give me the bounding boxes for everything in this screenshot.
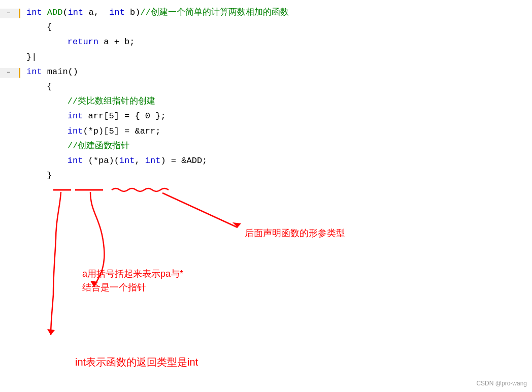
code-line-10: //创建函数指针 [0, 139, 532, 153]
code-line-12: } [0, 168, 532, 183]
p-decl: (*p)[5] = &arr; [83, 126, 160, 136]
code-line-6: { [0, 79, 532, 94]
collapse-btn-1[interactable]: − [7, 9, 10, 18]
code-content-7: //类比数组指针的创建 [41, 94, 532, 108]
label-bracket-text-1: a用括号括起来表示pa与* [82, 269, 183, 279]
code-line-8: int arr[5] = { 0 }; [0, 109, 532, 123]
collapse-btn-5[interactable]: − [7, 68, 10, 78]
pa-end: ) = &ADD; [160, 156, 207, 166]
code-line-7: //类比数组指针的创建 [0, 94, 532, 109]
comment-3: //创建函数指针 [68, 141, 129, 151]
code-line-3: return a + b; [0, 35, 532, 49]
keyword-int-2: int [68, 8, 84, 17]
keyword-int-param2: int [145, 156, 161, 166]
code-content-12: } [41, 169, 532, 182]
keyword-int-p: int [68, 126, 83, 136]
arrow-params-head [232, 222, 241, 227]
keyword-return: return [68, 37, 98, 47]
label-params-type: 后面声明函数的形参类型 [245, 228, 345, 238]
main-container: − int ADD(int a, int b)//创建一个简单的计算两数相加的函… [0, 0, 532, 392]
code-content-4: }| [20, 50, 532, 64]
code-content-10: //创建函数指针 [41, 139, 532, 153]
brace-open-2: { [47, 82, 52, 91]
code-content-3: return a + b; [41, 35, 532, 49]
brace-close-1: }| [26, 52, 37, 62]
arrow-star-pa-head [90, 281, 98, 287]
code-content-2: { [41, 20, 532, 34]
code-content-6: { [41, 80, 532, 93]
code-line-9: int(*p)[5] = &arr; [0, 124, 532, 139]
keyword-int-arr: int [68, 111, 83, 121]
comment-1: //创建一个简单的计算两数相加的函数 [140, 8, 288, 17]
code-content-11: int (*pa)(int, int) = &ADD; [41, 154, 532, 168]
arrow-star-pa-curve [90, 192, 104, 287]
pa-comma: , [135, 156, 145, 166]
brace-open-1: { [47, 22, 52, 32]
keyword-int-param1: int [119, 156, 135, 166]
code-content-5: int main() [20, 65, 532, 79]
pa-decl: (*pa)( [83, 156, 119, 166]
code-content-9: int(*p)[5] = &arr; [41, 124, 532, 138]
wavy-underline-params [112, 188, 169, 191]
watermark: CSDN @pro-wang [476, 380, 527, 387]
code-area: − int ADD(int a, int b)//创建一个简单的计算两数相加的函… [0, 0, 532, 188]
return-expr: a + b; [98, 37, 135, 47]
main-func: main() [42, 67, 78, 77]
keyword-int-1: int [26, 8, 42, 17]
comment-2: //类比数组指针的创建 [68, 96, 155, 106]
label-bracket-text-2: 结合是一个指针 [82, 282, 146, 292]
arrow-int-return-curve [51, 192, 61, 335]
arrow-params-line [162, 193, 238, 227]
keyword-int-pa: int [68, 156, 83, 166]
code-line-5: − int main() [0, 64, 532, 79]
code-content-1: int ADD(int a, int b)//创建一个简单的计算两数相加的函数 [20, 6, 532, 19]
gutter-1: − [0, 9, 20, 18]
code-line-4: }| [0, 50, 532, 64]
code-line-11: int (*pa)(int, int) = &ADD; [0, 153, 532, 168]
code-line-2: { [0, 20, 532, 35]
keyword-int-3: int [109, 8, 125, 17]
brace-close-2: } [47, 171, 52, 180]
arr-decl: arr[5] = { 0 }; [83, 111, 165, 121]
code-content-8: int arr[5] = { 0 }; [41, 109, 532, 123]
code-line-1: − int ADD(int a, int b)//创建一个简单的计算两数相加的函… [0, 5, 532, 20]
arrow-int-return-head [47, 329, 55, 335]
keyword-int-main: int [26, 67, 42, 77]
label-return-type: int表示函数的返回类型是int [75, 356, 198, 368]
gutter-5: − [0, 68, 20, 78]
func-name-add: ADD [47, 8, 63, 17]
